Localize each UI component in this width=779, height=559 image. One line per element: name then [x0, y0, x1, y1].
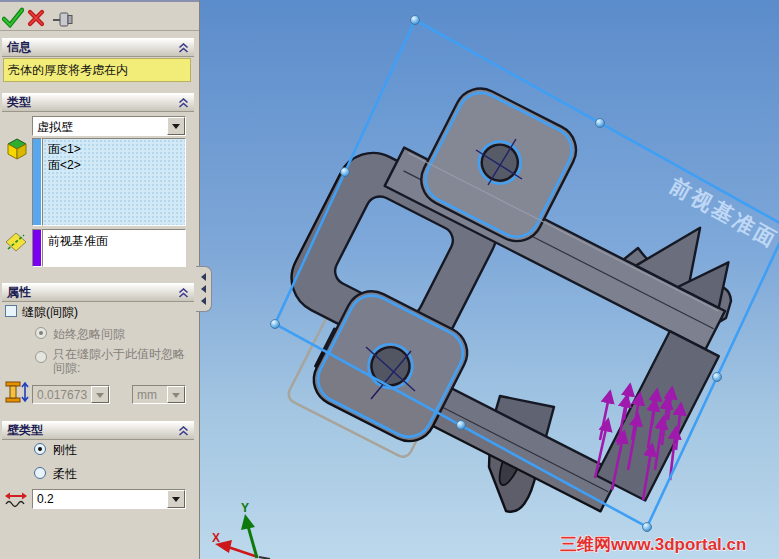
dropdown-arrow[interactable] [167, 490, 185, 508]
dropdown-arrow[interactable] [167, 117, 185, 135]
site-watermark: 三维网www.3dportal.cn [560, 535, 746, 554]
plane-handle [596, 119, 605, 128]
radio-threshold[interactable] [35, 351, 47, 363]
gap-value: 0.017673 [33, 386, 91, 403]
face-list-item[interactable]: 面<2> [48, 157, 180, 173]
cancel-button[interactable] [26, 8, 48, 30]
panel-splitter[interactable] [196, 266, 212, 312]
plane-handle [271, 320, 280, 329]
plane-icon [4, 230, 28, 257]
plane-handle [643, 523, 652, 532]
face-selection-cube-icon [5, 137, 29, 164]
collapse-left-icon [197, 273, 206, 281]
collapse-left-icon [197, 297, 206, 305]
info-section-title: 信息 [7, 39, 31, 56]
plane-handle [341, 168, 350, 177]
wall-type-dropdown-value: 虚拟壁 [33, 117, 167, 135]
dropdown-arrow[interactable] [167, 386, 185, 403]
gap-distance-icon [3, 380, 29, 407]
plane-handle [713, 373, 722, 382]
type-section-title: 类型 [7, 94, 31, 111]
collapse-chevron-icon[interactable] [178, 43, 189, 53]
wall-type-dropdown[interactable]: 虚拟壁 [32, 116, 186, 136]
info-section-header[interactable]: 信息 [2, 38, 194, 57]
wall-type-section-header[interactable]: 壁类型 [2, 421, 194, 440]
solidworks-window: 前视基准面 X Y 三维网www.3dportal.cn [0, 0, 779, 559]
pm-toolbar [0, 0, 199, 31]
radio-rigid-label: 刚性 [53, 442, 77, 459]
properties-section-header[interactable]: 属性 [2, 283, 194, 302]
radio-rigid[interactable] [34, 443, 46, 455]
gap-unit: mm [133, 386, 167, 403]
thickness-value: 0.2 [33, 490, 167, 508]
gap-value-combo[interactable]: 0.017673 [32, 385, 110, 404]
info-message: 壳体的厚度将考虑在内 [3, 58, 191, 82]
radio-flexible-label: 柔性 [53, 466, 77, 483]
front-plane-outline[interactable] [275, 20, 779, 527]
graphics-viewport[interactable]: 前视基准面 X Y 三维网www.3dportal.cn [200, 0, 779, 559]
pin-button[interactable] [52, 8, 74, 30]
plane-selection-box[interactable]: 前视基准面 [42, 229, 186, 267]
radio-always-ignore-label: 始终忽略间隙 [53, 326, 125, 343]
flexible-thickness-icon [4, 489, 28, 512]
selection-color-bar [32, 138, 42, 226]
collapse-chevron-icon[interactable] [178, 98, 189, 108]
plane-handle [411, 16, 420, 25]
ok-button[interactable] [2, 7, 24, 29]
thickness-combo[interactable]: 0.2 [32, 489, 186, 509]
radio-threshold-label: 只在缝隙小于此值时忽略间隙: [53, 347, 191, 375]
type-section-header[interactable]: 类型 [2, 93, 194, 112]
collapse-chevron-icon[interactable] [178, 426, 189, 436]
plane-handle [457, 421, 466, 430]
scene: 前视基准面 X Y 三维网www.3dportal.cn [200, 0, 779, 559]
faces-selection-list[interactable]: 面<1> 面<2> [42, 138, 186, 226]
radio-flexible[interactable] [34, 467, 46, 479]
wall-type-section-title: 壁类型 [7, 422, 43, 439]
orientation-triad: X Y [212, 501, 270, 559]
triad-y-label: Y [241, 501, 249, 515]
property-manager-panel: 信息 壳体的厚度将考虑在内 类型 虚拟壁 面<1> 面<2> [0, 0, 200, 559]
plane-selection-value: 前视基准面 [48, 234, 108, 248]
radio-always-ignore[interactable] [35, 327, 47, 339]
collapse-left-icon [197, 285, 206, 293]
gap-unit-combo[interactable]: mm [132, 385, 186, 404]
pushpin-icon [52, 8, 74, 28]
triad-x-label: X [212, 531, 220, 545]
face-list-item[interactable]: 面<1> [48, 141, 180, 157]
gap-checkbox-label: 缝隙(间隙) [22, 304, 78, 321]
dropdown-arrow[interactable] [91, 386, 109, 403]
gap-checkbox[interactable] [5, 305, 17, 317]
plane-color-bar [32, 229, 42, 267]
properties-section-title: 属性 [7, 284, 31, 301]
collapse-chevron-icon[interactable] [178, 288, 189, 298]
